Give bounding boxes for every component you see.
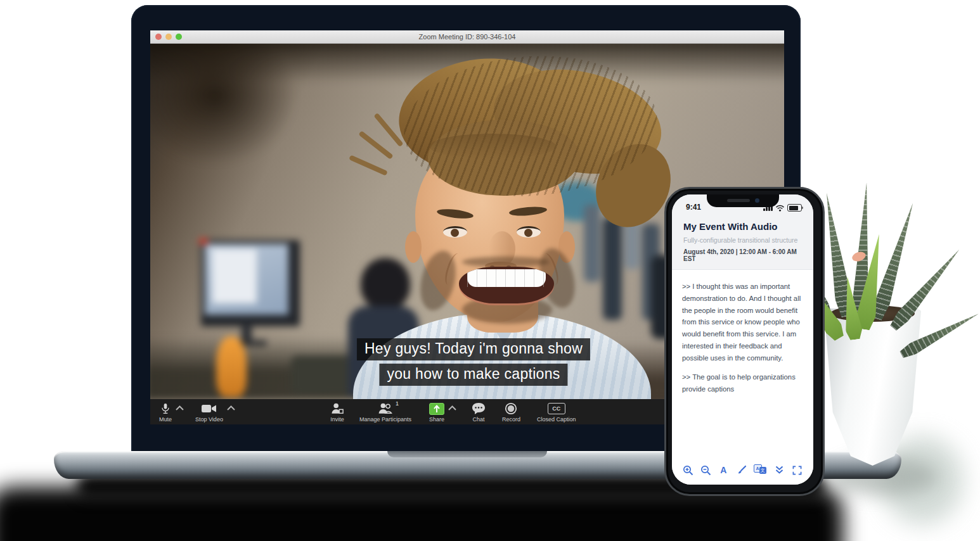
share-button[interactable]: Share: [429, 399, 444, 424]
speaker-teeth: [467, 269, 546, 287]
share-options-chevron[interactable]: [448, 399, 456, 424]
stop-video-button[interactable]: Stop Video: [195, 399, 223, 424]
participants-icon: 1: [377, 402, 394, 415]
record-label: Record: [502, 416, 520, 423]
hair-spike: [349, 155, 388, 175]
manage-participants-label: Manage Participants: [359, 416, 411, 423]
brush-icon: [736, 465, 747, 476]
fullscreen-icon: [792, 466, 802, 475]
share-label: Share: [429, 416, 444, 423]
fullscreen-window-button[interactable]: [176, 34, 182, 40]
chat-button[interactable]: Chat: [472, 399, 486, 424]
chevron-double-down-icon: [775, 466, 784, 474]
speaker-hairline: [429, 134, 556, 159]
invite-button[interactable]: Invite: [330, 399, 344, 424]
laptop-base-notch: [387, 451, 547, 457]
event-header: My Event With Audio Fully-configurable t…: [672, 213, 813, 270]
speaker-eye: [443, 226, 467, 238]
speaker-mouth: [459, 267, 554, 303]
collapse-button[interactable]: [773, 464, 786, 476]
speaker-ear: [405, 231, 422, 263]
phone-notch: [707, 194, 779, 207]
close-window-button[interactable]: [155, 34, 162, 40]
mute-label: Mute: [159, 416, 172, 423]
status-time: 9:41: [686, 203, 701, 212]
zoom-out-button[interactable]: [699, 464, 712, 476]
caption-line-2: you how to make captions: [379, 364, 567, 386]
translate-button[interactable]: A 文: [753, 464, 768, 476]
invite-person-icon: [330, 402, 344, 415]
share-screen-icon: [429, 402, 444, 415]
speaker-iris: [451, 229, 459, 237]
speaker-stubble: [462, 257, 550, 267]
caption-toolbar: A A 文: [672, 459, 813, 485]
phone-camera: [755, 198, 759, 203]
record-button[interactable]: Record: [502, 399, 520, 424]
mute-options-chevron[interactable]: [176, 399, 184, 424]
phone: 9:41 My Event With Audio Fully-configura…: [664, 187, 825, 496]
transcript-panel[interactable]: >> I thought this was an important demon…: [672, 270, 813, 459]
color-brush-button[interactable]: [735, 464, 747, 476]
video-options-chevron[interactable]: [227, 399, 235, 424]
traffic-lights: [155, 34, 182, 40]
microphone-icon: [160, 402, 171, 415]
record-circle-icon: [505, 402, 517, 415]
manage-participants-button[interactable]: 1 Manage Participants: [359, 399, 411, 424]
meeting-id-title: Zoom Meeting ID: 890-346-104: [419, 33, 516, 41]
video-camera-icon: [201, 402, 217, 415]
font-size-button[interactable]: A: [717, 464, 730, 476]
wifi-icon: [775, 205, 785, 212]
phone-screen: 9:41 My Event With Audio Fully-configura…: [672, 194, 813, 485]
event-title: My Event With Audio: [683, 221, 802, 232]
participants-count-badge: 1: [396, 400, 399, 407]
zoom-out-icon: [700, 465, 711, 476]
invite-label: Invite: [330, 416, 344, 423]
speaker-eye: [517, 226, 541, 238]
event-subtitle: Fully-configurable transitional structur…: [683, 236, 802, 244]
transcript-paragraph: >> I thought this was an important demon…: [682, 281, 803, 364]
stop-video-label: Stop Video: [195, 416, 223, 423]
zoom-in-button[interactable]: [681, 464, 694, 476]
closed-caption-icon: CC: [548, 402, 565, 415]
chat-label: Chat: [472, 416, 484, 423]
hair-spike: [358, 130, 393, 160]
phone-speaker: [727, 199, 750, 202]
zoom-window-titlebar: Zoom Meeting ID: 890-346-104: [150, 30, 784, 44]
zoom-in-icon: [683, 465, 693, 476]
battery-icon: [787, 204, 802, 212]
caption-line-1: Hey guys! Today i'm gonna show: [357, 338, 590, 360]
mute-button[interactable]: Mute: [159, 399, 172, 424]
transcript-paragraph: >> The goal is to help organizations pro…: [682, 371, 803, 395]
translate-icon: A 文: [754, 464, 768, 476]
minimize-window-button[interactable]: [165, 34, 172, 40]
speaker-iris: [524, 229, 532, 237]
stage: Zoom Meeting ID: 890-346-104: [0, 0, 980, 541]
fullscreen-button[interactable]: [791, 464, 804, 476]
closed-caption-button[interactable]: CC Closed Caption: [537, 399, 576, 424]
event-datetime: August 4th, 2020 | 12:00 AM - 6:00 AM ES…: [683, 248, 802, 262]
closed-caption-label: Closed Caption: [537, 416, 576, 423]
chat-bubble-icon: [472, 402, 486, 415]
font-size-icon: A: [720, 465, 726, 475]
